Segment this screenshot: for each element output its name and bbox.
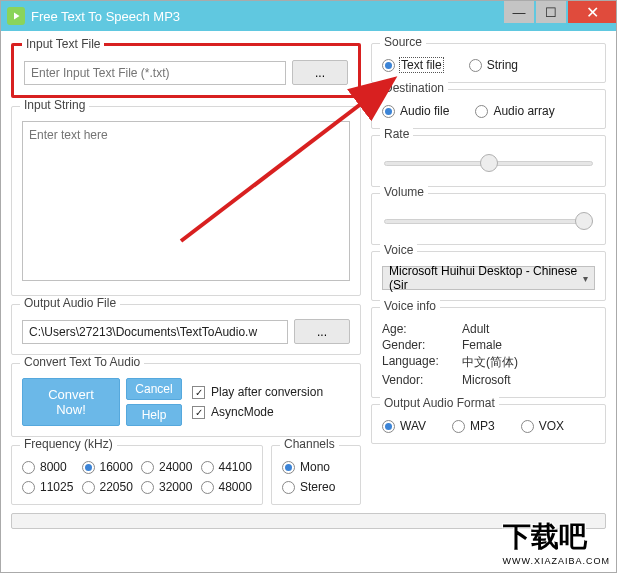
help-button[interactable]: Help: [126, 404, 182, 426]
voice-group: Voice Microsoft Huihui Desktop - Chinese…: [371, 251, 606, 301]
voice-info-group: Voice info Age:AdultGender:FemaleLanguag…: [371, 307, 606, 398]
voice-info-value: Adult: [462, 322, 595, 336]
radio-22050[interactable]: 22050: [82, 480, 134, 494]
radio-vox[interactable]: VOX: [521, 419, 564, 433]
radio-mp3[interactable]: MP3: [452, 419, 495, 433]
input-text-file-group: Input Text File ...: [11, 43, 361, 98]
cancel-button[interactable]: Cancel: [126, 378, 182, 400]
radio-8000[interactable]: 8000: [22, 460, 74, 474]
radio-16000[interactable]: 16000: [82, 460, 134, 474]
group-legend: Frequency (kHz): [20, 437, 117, 451]
group-legend: Output Audio Format: [380, 396, 499, 410]
input-string-textarea[interactable]: [22, 121, 350, 281]
input-text-file-field[interactable]: [24, 61, 286, 85]
browse-input-button[interactable]: ...: [292, 60, 348, 85]
radio-mono[interactable]: Mono: [282, 460, 350, 474]
radio-text-file[interactable]: Text file: [382, 58, 443, 72]
radio-stereo[interactable]: Stereo: [282, 480, 350, 494]
input-string-group: Input String: [11, 106, 361, 296]
group-legend: Voice info: [380, 299, 440, 313]
radio-24000[interactable]: 24000: [141, 460, 193, 474]
voice-info-key: Age:: [382, 322, 462, 336]
group-legend: Volume: [380, 185, 428, 199]
rate-group: Rate: [371, 135, 606, 187]
radio-string[interactable]: String: [469, 58, 518, 72]
watermark: 下载吧 WWW.XIAZAIBA.COM: [503, 518, 611, 566]
titlebar: Free Text To Speech MP3 — ☐ ✕: [1, 1, 616, 31]
app-title: Free Text To Speech MP3: [31, 9, 502, 24]
frequency-group: Frequency (kHz) 800016000240004410011025…: [11, 445, 263, 505]
volume-group: Volume: [371, 193, 606, 245]
output-format-group: Output Audio Format WAVMP3VOX: [371, 404, 606, 444]
async-mode-checkbox[interactable]: ✓AsyncMode: [192, 405, 323, 419]
voice-info-value: Microsoft: [462, 373, 595, 387]
channels-group: Channels MonoStereo: [271, 445, 361, 505]
radio-11025[interactable]: 11025: [22, 480, 74, 494]
source-group: Source Text fileString: [371, 43, 606, 83]
voice-info-key: Vendor:: [382, 373, 462, 387]
maximize-button[interactable]: ☐: [536, 1, 566, 23]
convert-group: Convert Text To Audio Convert Now! Cance…: [11, 363, 361, 437]
close-button[interactable]: ✕: [568, 1, 616, 23]
volume-slider[interactable]: [384, 210, 593, 232]
voice-info-key: Language:: [382, 354, 462, 371]
group-legend: Convert Text To Audio: [20, 355, 144, 369]
voice-info-key: Gender:: [382, 338, 462, 352]
rate-slider[interactable]: [384, 152, 593, 174]
group-legend: Output Audio File: [20, 296, 120, 310]
radio-audio-array[interactable]: Audio array: [475, 104, 554, 118]
voice-select[interactable]: Microsoft Huihui Desktop - Chinese (Sir …: [382, 266, 595, 290]
voice-info-value: Female: [462, 338, 595, 352]
output-audio-file-group: Output Audio File ...: [11, 304, 361, 355]
group-legend: Source: [380, 35, 426, 49]
group-legend: Destination: [380, 81, 448, 95]
chevron-down-icon: ▾: [583, 273, 588, 284]
voice-info-value: 中文(简体): [462, 354, 595, 371]
destination-group: Destination Audio fileAudio array: [371, 89, 606, 129]
group-legend: Voice: [380, 243, 417, 257]
app-icon: [7, 7, 25, 25]
output-audio-file-field[interactable]: [22, 320, 288, 344]
radio-44100[interactable]: 44100: [201, 460, 253, 474]
convert-now-button[interactable]: Convert Now!: [22, 378, 120, 426]
radio-wav[interactable]: WAV: [382, 419, 426, 433]
group-legend: Rate: [380, 127, 413, 141]
browse-output-button[interactable]: ...: [294, 319, 350, 344]
group-legend: Input Text File: [22, 37, 104, 51]
play-after-checkbox[interactable]: ✓Play after conversion: [192, 385, 323, 399]
group-legend: Input String: [20, 98, 89, 112]
radio-48000[interactable]: 48000: [201, 480, 253, 494]
radio-32000[interactable]: 32000: [141, 480, 193, 494]
radio-audio-file[interactable]: Audio file: [382, 104, 449, 118]
group-legend: Channels: [280, 437, 339, 451]
minimize-button[interactable]: —: [504, 1, 534, 23]
